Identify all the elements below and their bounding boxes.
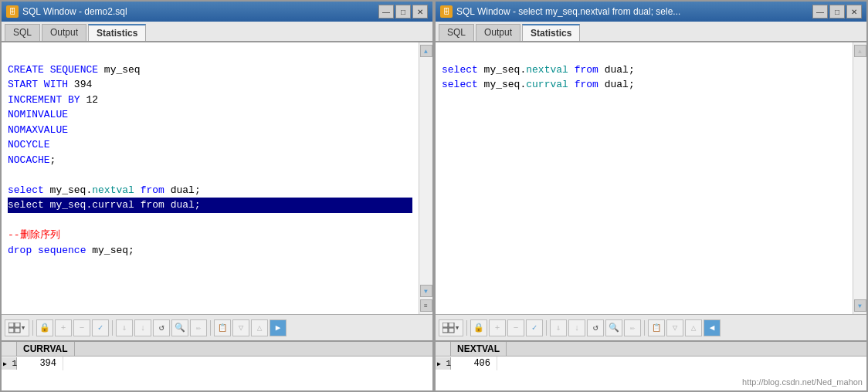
down-all-btn-1[interactable]: ⇓ [116,319,133,336]
copy-btn-1[interactable]: 📋 [214,319,231,336]
down2-btn-1[interactable]: ▽ [232,319,249,336]
scroll-up-btn-2[interactable]: ▲ [854,45,866,57]
title-bar-left-1: 🗄 SQL Window - demo2.sql [6,5,127,18]
scrollbar-2[interactable]: ▲ ▼ [853,42,866,314]
window2: 🗄 SQL Window - select my_seq.nextval fro… [434,0,868,392]
title-bar-1: 🗄 SQL Window - demo2.sql — □ ✕ [2,2,432,22]
lock-btn-1[interactable]: 🔒 [36,319,53,336]
close-btn-1[interactable]: ✕ [412,5,428,19]
down-btn-2[interactable]: ↓ [568,319,585,336]
toolbar-1: ▾ 🔒 + − ✓ ⇓ ↓ ↺ 🔍 ✏ 📋 ▽ △ ▶ [2,314,432,340]
title-bar-left-2: 🗄 SQL Window - select my_seq.nextval fro… [440,5,680,18]
col-header-nextval: NEXTVAL [451,342,507,356]
svg-rect-0 [8,323,14,327]
editor-area-2: select my_seq.nextval from dual; select … [436,42,866,314]
window1: 🗄 SQL Window - demo2.sql — □ ✕ SQL Outpu… [0,0,434,392]
results-header-1: CURRVAL [2,342,432,357]
refresh-btn-2[interactable]: ↺ [587,319,604,336]
up-btn-2[interactable]: △ [685,319,702,336]
add-btn-1[interactable]: + [55,319,72,336]
results-header-2: NEXTVAL [436,342,866,357]
tabs-1: SQL Output Statistics [2,22,432,42]
down2-btn-2[interactable]: ▽ [666,319,683,336]
row-indicator-2: ▶ 1 [436,357,451,370]
results-area-2: NEXTVAL ▶ 1 406 http://blog.csdn.net/Ned… [436,340,866,390]
down-btn-1[interactable]: ↓ [134,319,151,336]
col-header-currval: CURRVAL [17,342,75,356]
tab-statistics-1[interactable]: Statistics [88,24,146,41]
window-title-2: SQL Window - select my_seq.nextval from … [456,6,680,17]
editor-area-1: CREATE SEQUENCE my_seq START WITH 394 IN… [2,42,432,314]
sep3-2 [644,320,645,336]
scroll-grip-1[interactable]: ≡ [420,299,432,312]
scrollbar-1[interactable]: ▲ ▼ ≡ [419,42,432,314]
down-all-btn-2[interactable]: ⇓ [550,319,567,336]
table-row-2: ▶ 1 406 [436,357,866,370]
search-btn-2[interactable]: 🔍 [605,319,622,336]
title-bar-2: 🗄 SQL Window - select my_seq.nextval fro… [436,2,866,22]
sep3-1 [210,320,211,336]
code-editor-2[interactable]: select my_seq.nextval from dual; select … [436,42,853,314]
watermark: http://blog.csdn.net/Ned_mahon [742,377,863,387]
maximize-btn-2[interactable]: □ [829,5,845,19]
minus-btn-2[interactable]: − [507,319,524,336]
sep1-1 [32,320,33,336]
svg-rect-6 [442,328,448,333]
up-btn-1[interactable]: △ [251,319,268,336]
tab-sql-2[interactable]: SQL [439,24,474,41]
close-btn-2[interactable]: ✕ [846,5,862,19]
grid-btn-2[interactable]: ▾ [439,319,463,336]
search-btn-1[interactable]: 🔍 [171,319,188,336]
refresh-btn-1[interactable]: ↺ [153,319,170,336]
maximize-btn-1[interactable]: □ [395,5,411,19]
results-area-1: CURRVAL ▶ 1 394 [2,340,432,390]
grid-btn-1[interactable]: ▾ [5,319,29,336]
scroll-down-btn-1[interactable]: ▼ [420,285,432,297]
add-btn-2[interactable]: + [489,319,506,336]
tab-sql-1[interactable]: SQL [5,24,40,41]
toolbar-2: ▾ 🔒 + − ✓ ⇓ ↓ ↺ 🔍 ✏ 📋 ▽ △ ◀ [436,314,866,340]
window-title-1: SQL Window - demo2.sql [22,6,127,17]
minimize-btn-2[interactable]: — [812,5,828,19]
scroll-down-btn-2[interactable]: ▼ [854,299,866,312]
scroll-up-btn-1[interactable]: ▲ [420,45,432,57]
clear-btn-2[interactable]: ✏ [624,319,641,336]
minus-btn-1[interactable]: − [73,319,90,336]
check-btn-2[interactable]: ✓ [526,319,543,336]
cell-currval-1: 394 [17,357,63,370]
app-icon-1: 🗄 [6,5,19,18]
svg-rect-2 [8,328,14,333]
sep2-1 [112,320,113,336]
row-indicator-1: ▶ 1 [2,357,17,370]
sep2-2 [546,320,547,336]
svg-rect-7 [449,328,454,333]
svg-rect-4 [442,323,448,327]
svg-rect-1 [15,323,20,327]
sep1-2 [466,320,467,336]
tab-output-1[interactable]: Output [42,24,86,41]
tab-statistics-2[interactable]: Statistics [522,24,580,41]
svg-rect-3 [15,328,20,333]
check-btn-1[interactable]: ✓ [92,319,109,336]
title-buttons-2: — □ ✕ [812,5,862,19]
more-btn-2[interactable]: ◀ [704,319,721,336]
lock-btn-2[interactable]: 🔒 [470,319,487,336]
app-icon-2: 🗄 [440,5,453,18]
clear-btn-1[interactable]: ✏ [190,319,207,336]
copy-btn-2[interactable]: 📋 [648,319,665,336]
svg-rect-5 [449,323,454,327]
code-editor-1[interactable]: CREATE SEQUENCE my_seq START WITH 394 IN… [2,42,419,314]
minimize-btn-1[interactable]: — [378,5,394,19]
more-btn-1[interactable]: ▶ [270,319,287,336]
tab-output-2[interactable]: Output [476,24,520,41]
cell-nextval-1: 406 [451,357,497,370]
title-buttons-1: — □ ✕ [378,5,428,19]
tabs-2: SQL Output Statistics [436,22,866,42]
table-row-1: ▶ 1 394 [2,357,432,370]
